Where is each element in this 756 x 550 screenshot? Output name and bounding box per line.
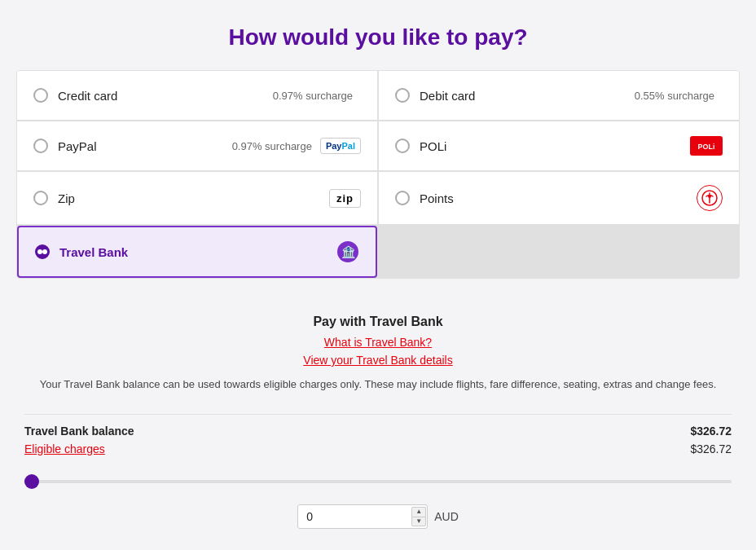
svg-text:POLi: POLi: [697, 143, 714, 151]
payment-options-grid: Credit card 0.97% surcharge Debit card 0…: [16, 70, 740, 279]
debit-card-label: Debit card: [420, 89, 635, 103]
payment-option-paypal[interactable]: PayPal 0.97% surcharge PayPal: [17, 121, 377, 170]
page-title: How would you like to pay?: [16, 16, 740, 51]
payment-option-credit-card[interactable]: Credit card 0.97% surcharge: [17, 71, 377, 120]
zip-label: Zip: [58, 191, 329, 205]
balance-row: Travel Bank balance $326.72: [24, 414, 732, 441]
debit-card-surcharge: 0.55% surcharge: [635, 90, 714, 102]
poli-logo: POLi: [690, 136, 723, 156]
amount-slider[interactable]: [24, 480, 732, 483]
paypal-label: PayPal: [58, 139, 232, 153]
eligible-row: Eligible charges $326.72: [24, 441, 732, 464]
spinner-up-button[interactable]: ▲: [411, 507, 426, 517]
payment-option-zip[interactable]: Zip zip: [17, 172, 377, 224]
currency-label: AUD: [434, 510, 459, 523]
slider-container: [24, 464, 732, 499]
page-container: How would you like to pay? Credit card 0…: [16, 16, 740, 534]
balance-amount: $326.72: [690, 425, 732, 438]
zip-logo: zip: [329, 189, 361, 208]
radio-poli[interactable]: [395, 139, 410, 153]
balance-label: Travel Bank balance: [24, 425, 134, 438]
eligible-amount: $326.72: [690, 442, 732, 455]
svg-point-3: [708, 195, 711, 198]
eligible-charges-link[interactable]: Eligible charges: [24, 442, 105, 455]
credit-card-surcharge: 0.97% surcharge: [273, 90, 353, 102]
what-is-travel-bank-link[interactable]: What is Travel Bank?: [33, 336, 723, 349]
radio-travel-bank[interactable]: [35, 244, 50, 259]
amount-input-wrap: ▲ ▼: [297, 504, 428, 529]
payment-option-travel-bank[interactable]: Travel Bank 🏦: [17, 226, 377, 278]
travel-bank-icon: 🏦: [336, 240, 359, 263]
view-travel-bank-link[interactable]: View your Travel Bank details: [33, 354, 723, 367]
payment-option-debit-card[interactable]: Debit card 0.55% surcharge: [379, 71, 739, 120]
radio-points[interactable]: [395, 191, 410, 205]
poli-label: POLi: [420, 139, 690, 153]
paypal-logo: PayPal: [320, 138, 361, 154]
travel-bank-section-title: Pay with Travel Bank: [33, 315, 723, 329]
points-logo: [697, 185, 723, 211]
paypal-surcharge: 0.97% surcharge: [232, 140, 312, 152]
radio-zip[interactable]: [33, 191, 48, 205]
spinner-down-button[interactable]: ▼: [411, 517, 426, 526]
amount-row: ▲ ▼ AUD: [24, 499, 732, 534]
balance-section: Travel Bank balance $326.72 Eligible cha…: [16, 414, 740, 534]
travel-bank-description: Your Travel Bank balance can be used tow…: [33, 376, 723, 393]
travel-bank-label: Travel Bank: [59, 245, 336, 259]
spinner-buttons: ▲ ▼: [411, 507, 426, 526]
radio-credit-card[interactable]: [33, 88, 48, 103]
radio-debit-card[interactable]: [395, 88, 410, 103]
credit-card-label: Credit card: [58, 89, 273, 103]
payment-option-points[interactable]: Points: [379, 172, 739, 224]
amount-input[interactable]: [297, 504, 428, 529]
radio-paypal[interactable]: [33, 139, 48, 153]
travel-bank-section: Pay with Travel Bank What is Travel Bank…: [16, 295, 740, 401]
payment-option-poli[interactable]: POLi POLi: [379, 121, 739, 170]
points-label: Points: [420, 191, 697, 205]
svg-text:🏦: 🏦: [341, 245, 356, 259]
